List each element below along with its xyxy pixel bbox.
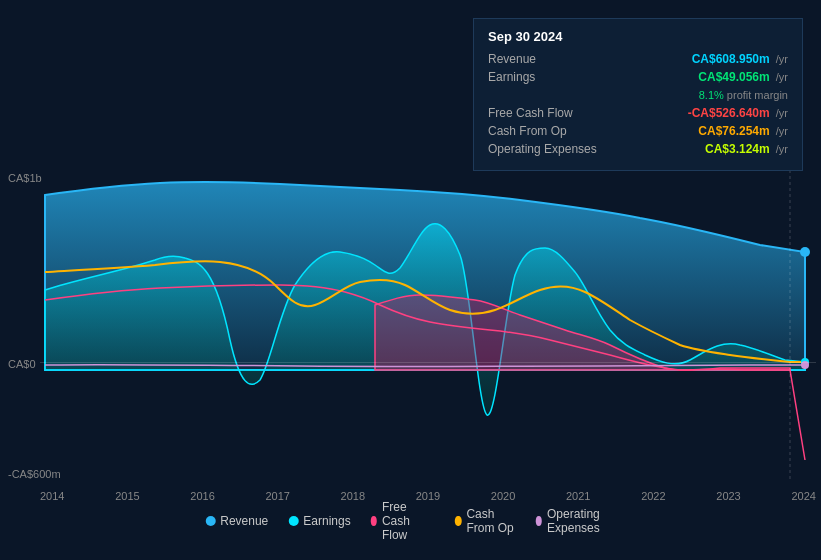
legend-earnings-label: Earnings: [303, 514, 350, 528]
tooltip-fcf-row: Free Cash Flow -CA$526.640m /yr: [488, 106, 788, 120]
tooltip-panel: Sep 30 2024 Revenue CA$608.950m /yr Earn…: [473, 18, 803, 171]
tooltip-margin-value: 8.1%: [699, 89, 724, 101]
legend-opex[interactable]: Operating Expenses: [536, 507, 616, 535]
tooltip-opex-row: Operating Expenses CA$3.124m /yr: [488, 142, 788, 156]
tooltip-margin-row: 8.1% profit margin: [488, 88, 788, 102]
y-label-bot: -CA$600m: [8, 468, 61, 480]
tooltip-cashop-value: CA$76.254m: [698, 124, 769, 138]
tooltip-date: Sep 30 2024: [488, 29, 788, 44]
tooltip-fcf-value: -CA$526.640m: [688, 106, 770, 120]
tooltip-fcf-unit: /yr: [773, 107, 788, 119]
tooltip-cashop-unit: /yr: [773, 125, 788, 137]
tooltip-revenue-unit: /yr: [773, 53, 788, 65]
tooltip-earnings-label: Earnings: [488, 70, 535, 84]
legend-revenue-label: Revenue: [220, 514, 268, 528]
zero-line: [40, 362, 816, 363]
legend-cashop-label: Cash From Op: [466, 507, 515, 535]
legend-opex-dot: [536, 516, 542, 526]
tooltip-revenue-row: Revenue CA$608.950m /yr: [488, 52, 788, 66]
y-label-mid: CA$0: [8, 358, 36, 370]
legend-revenue[interactable]: Revenue: [205, 514, 268, 528]
tooltip-fcf-label: Free Cash Flow: [488, 106, 573, 120]
tooltip-earnings-row: Earnings CA$49.056m /yr: [488, 70, 788, 84]
legend-revenue-dot: [205, 516, 215, 526]
tooltip-earnings-unit: /yr: [773, 71, 788, 83]
x-label-2015: 2015: [115, 490, 139, 502]
tooltip-revenue-value: CA$608.950m: [692, 52, 770, 66]
y-label-top: CA$1b: [8, 172, 42, 184]
svg-point-0: [800, 247, 810, 257]
x-label-2023: 2023: [716, 490, 740, 502]
legend-earnings-dot: [288, 516, 298, 526]
legend-earnings[interactable]: Earnings: [288, 514, 350, 528]
x-label-2022: 2022: [641, 490, 665, 502]
tooltip-margin-text: profit margin: [724, 89, 788, 101]
tooltip-revenue-label: Revenue: [488, 52, 536, 66]
legend-fcf-dot: [371, 516, 377, 526]
chart-container: CA$1b CA$0 -CA$600m 2014 2015 2016 2017 …: [0, 0, 821, 560]
tooltip-cashop-label: Cash From Op: [488, 124, 567, 138]
legend-opex-label: Operating Expenses: [547, 507, 616, 535]
legend-cashop-dot: [455, 516, 461, 526]
tooltip-cashop-row: Cash From Op CA$76.254m /yr: [488, 124, 788, 138]
tooltip-opex-unit: /yr: [773, 143, 788, 155]
legend-cashop[interactable]: Cash From Op: [455, 507, 516, 535]
tooltip-opex-label: Operating Expenses: [488, 142, 597, 156]
legend-fcf[interactable]: Free Cash Flow: [371, 500, 435, 542]
chart-legend: Revenue Earnings Free Cash Flow Cash Fro…: [205, 500, 616, 542]
legend-fcf-label: Free Cash Flow: [382, 500, 435, 542]
x-label-2024: 2024: [791, 490, 815, 502]
tooltip-opex-value: CA$3.124m: [705, 142, 770, 156]
x-label-2014: 2014: [40, 490, 64, 502]
tooltip-earnings-value: CA$49.056m: [698, 70, 769, 84]
